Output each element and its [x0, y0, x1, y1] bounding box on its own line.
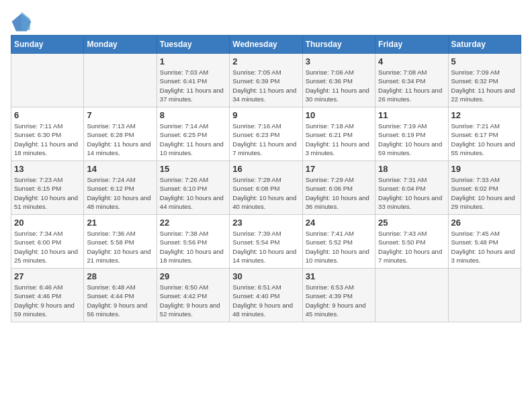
calendar-table: SundayMondayTuesdayWednesdayThursdayFrid… [11, 35, 521, 322]
day-cell: 5Sunrise: 7:09 AMSunset: 6:32 PMDaylight… [448, 54, 521, 107]
day-info: Sunrise: 7:28 AMSunset: 6:08 PMDaylight:… [232, 175, 299, 211]
day-info: Sunrise: 7:08 AMSunset: 6:34 PMDaylight:… [378, 68, 445, 103]
day-info: Sunrise: 7:39 AMSunset: 5:54 PMDaylight:… [232, 229, 299, 265]
day-number: 15 [160, 164, 226, 174]
day-cell: 31Sunrise: 6:53 AMSunset: 4:39 PMDayligh… [302, 269, 375, 322]
day-cell [448, 269, 521, 322]
header-thursday: Thursday [302, 36, 375, 54]
header-tuesday: Tuesday [157, 36, 229, 54]
day-info: Sunrise: 7:13 AMSunset: 6:28 PMDaylight:… [87, 122, 153, 157]
day-info: Sunrise: 6:46 AMSunset: 4:46 PMDaylight:… [14, 283, 81, 318]
page-header [11, 11, 521, 32]
day-number: 6 [14, 110, 81, 120]
day-number: 14 [87, 164, 153, 174]
day-number: 19 [451, 164, 518, 174]
week-row-4: 27Sunrise: 6:46 AMSunset: 4:46 PMDayligh… [11, 269, 521, 322]
day-number: 24 [306, 218, 372, 228]
day-number: 25 [378, 218, 445, 228]
day-info: Sunrise: 7:16 AMSunset: 6:23 PMDaylight:… [232, 122, 299, 157]
day-number: 20 [14, 218, 81, 228]
day-cell: 21Sunrise: 7:36 AMSunset: 5:58 PMDayligh… [84, 215, 157, 269]
day-number: 28 [87, 271, 153, 281]
day-info: Sunrise: 7:34 AMSunset: 6:00 PMDaylight:… [14, 229, 81, 265]
day-cell: 9Sunrise: 7:16 AMSunset: 6:23 PMDaylight… [230, 107, 302, 161]
day-info: Sunrise: 6:51 AMSunset: 4:40 PMDaylight:… [232, 283, 299, 318]
day-cell [375, 269, 448, 322]
day-number: 31 [306, 271, 372, 281]
day-number: 21 [87, 218, 153, 228]
day-number: 29 [160, 271, 226, 281]
day-cell: 19Sunrise: 7:33 AMSunset: 6:02 PMDayligh… [448, 161, 521, 215]
day-cell: 8Sunrise: 7:14 AMSunset: 6:25 PMDaylight… [157, 107, 229, 161]
week-row-1: 6Sunrise: 7:11 AMSunset: 6:30 PMDaylight… [11, 107, 521, 161]
day-cell: 24Sunrise: 7:41 AMSunset: 5:52 PMDayligh… [302, 215, 375, 269]
day-number: 7 [87, 110, 153, 120]
day-cell: 27Sunrise: 6:46 AMSunset: 4:46 PMDayligh… [11, 269, 84, 322]
header-row: SundayMondayTuesdayWednesdayThursdayFrid… [11, 36, 521, 54]
day-cell: 17Sunrise: 7:29 AMSunset: 6:06 PMDayligh… [302, 161, 375, 215]
day-number: 3 [306, 56, 372, 66]
day-cell: 30Sunrise: 6:51 AMSunset: 4:40 PMDayligh… [230, 269, 302, 322]
day-cell: 20Sunrise: 7:34 AMSunset: 6:00 PMDayligh… [11, 215, 84, 269]
day-number: 12 [451, 110, 518, 120]
day-info: Sunrise: 7:05 AMSunset: 6:39 PMDaylight:… [232, 68, 299, 103]
day-info: Sunrise: 7:26 AMSunset: 6:10 PMDaylight:… [160, 175, 226, 211]
day-cell: 12Sunrise: 7:21 AMSunset: 6:17 PMDayligh… [448, 107, 521, 161]
day-number: 8 [160, 110, 226, 120]
header-friday: Friday [375, 36, 448, 54]
day-number: 23 [232, 218, 299, 228]
day-info: Sunrise: 7:09 AMSunset: 6:32 PMDaylight:… [451, 68, 518, 103]
day-cell: 15Sunrise: 7:26 AMSunset: 6:10 PMDayligh… [157, 161, 229, 215]
day-cell: 11Sunrise: 7:19 AMSunset: 6:19 PMDayligh… [375, 107, 448, 161]
day-cell: 26Sunrise: 7:45 AMSunset: 5:48 PMDayligh… [448, 215, 521, 269]
header-saturday: Saturday [448, 36, 521, 54]
svg-marker-1 [21, 12, 30, 30]
day-cell: 23Sunrise: 7:39 AMSunset: 5:54 PMDayligh… [230, 215, 302, 269]
day-cell: 2Sunrise: 7:05 AMSunset: 6:39 PMDaylight… [230, 54, 302, 107]
day-number: 26 [451, 218, 518, 228]
logo [11, 11, 35, 32]
day-cell: 14Sunrise: 7:24 AMSunset: 6:12 PMDayligh… [84, 161, 157, 215]
day-cell [11, 54, 84, 107]
week-row-3: 20Sunrise: 7:34 AMSunset: 6:00 PMDayligh… [11, 215, 521, 269]
day-info: Sunrise: 7:24 AMSunset: 6:12 PMDaylight:… [87, 175, 153, 211]
day-number: 17 [306, 164, 372, 174]
day-info: Sunrise: 7:31 AMSunset: 6:04 PMDaylight:… [378, 175, 445, 211]
day-number: 5 [451, 56, 518, 66]
day-number: 11 [378, 110, 445, 120]
day-info: Sunrise: 7:18 AMSunset: 6:21 PMDaylight:… [306, 122, 372, 157]
day-cell: 28Sunrise: 6:48 AMSunset: 4:44 PMDayligh… [84, 269, 157, 322]
day-cell: 25Sunrise: 7:43 AMSunset: 5:50 PMDayligh… [375, 215, 448, 269]
day-info: Sunrise: 7:43 AMSunset: 5:50 PMDaylight:… [378, 229, 445, 265]
day-info: Sunrise: 7:33 AMSunset: 6:02 PMDaylight:… [451, 175, 518, 211]
day-info: Sunrise: 7:21 AMSunset: 6:17 PMDaylight:… [451, 122, 518, 157]
day-number: 30 [232, 271, 299, 281]
day-cell: 4Sunrise: 7:08 AMSunset: 6:34 PMDaylight… [375, 54, 448, 107]
day-number: 18 [378, 164, 445, 174]
day-info: Sunrise: 7:23 AMSunset: 6:15 PMDaylight:… [14, 175, 81, 211]
day-cell: 13Sunrise: 7:23 AMSunset: 6:15 PMDayligh… [11, 161, 84, 215]
day-info: Sunrise: 7:45 AMSunset: 5:48 PMDaylight:… [451, 229, 518, 265]
day-number: 2 [232, 56, 299, 66]
day-cell: 16Sunrise: 7:28 AMSunset: 6:08 PMDayligh… [230, 161, 302, 215]
week-row-2: 13Sunrise: 7:23 AMSunset: 6:15 PMDayligh… [11, 161, 521, 215]
day-info: Sunrise: 7:41 AMSunset: 5:52 PMDaylight:… [306, 229, 372, 265]
day-number: 27 [14, 271, 81, 281]
day-cell: 22Sunrise: 7:38 AMSunset: 5:56 PMDayligh… [157, 215, 229, 269]
day-cell: 1Sunrise: 7:03 AMSunset: 6:41 PMDaylight… [157, 54, 229, 107]
day-cell: 3Sunrise: 7:06 AMSunset: 6:36 PMDaylight… [302, 54, 375, 107]
day-info: Sunrise: 7:36 AMSunset: 5:58 PMDaylight:… [87, 229, 153, 265]
day-info: Sunrise: 7:03 AMSunset: 6:41 PMDaylight:… [160, 68, 226, 103]
day-info: Sunrise: 7:38 AMSunset: 5:56 PMDaylight:… [160, 229, 226, 265]
header-sunday: Sunday [11, 36, 84, 54]
day-cell: 29Sunrise: 6:50 AMSunset: 4:42 PMDayligh… [157, 269, 229, 322]
day-cell: 18Sunrise: 7:31 AMSunset: 6:04 PMDayligh… [375, 161, 448, 215]
day-number: 10 [306, 110, 372, 120]
day-info: Sunrise: 7:19 AMSunset: 6:19 PMDaylight:… [378, 122, 445, 157]
day-number: 22 [160, 218, 226, 228]
day-info: Sunrise: 7:29 AMSunset: 6:06 PMDaylight:… [306, 175, 372, 211]
day-cell: 10Sunrise: 7:18 AMSunset: 6:21 PMDayligh… [302, 107, 375, 161]
day-cell [84, 54, 157, 107]
day-number: 13 [14, 164, 81, 174]
day-number: 1 [160, 56, 226, 66]
